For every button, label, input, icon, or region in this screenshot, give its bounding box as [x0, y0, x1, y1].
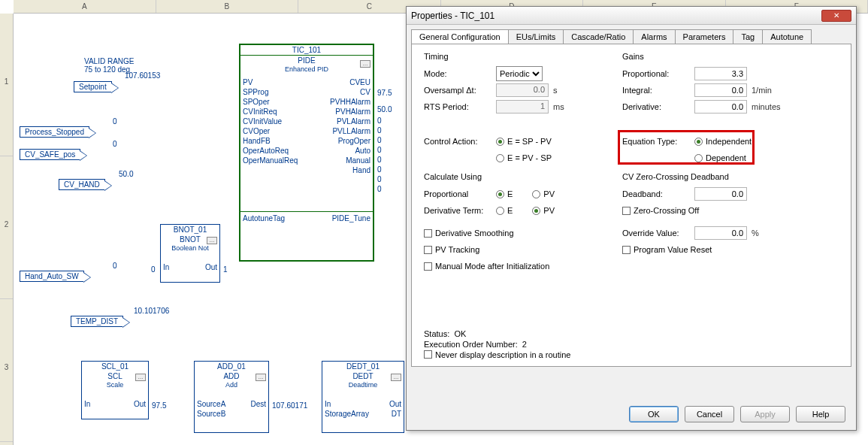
tab-parameters[interactable]: Parameters [675, 29, 734, 44]
radio-deriv-e[interactable]: E [496, 206, 513, 215]
highlight-box [618, 130, 755, 165]
gain-prop-input[interactable] [694, 67, 747, 80]
override-unit: % [752, 229, 783, 238]
calc-prop-label: Proportional [424, 189, 491, 198]
ellipsis-icon[interactable]: … [256, 374, 266, 381]
deadband-label: Deadband: [622, 189, 690, 198]
block-add-desc: Add [195, 381, 268, 389]
oversampl-unit: s [553, 86, 585, 95]
block-dedt[interactable]: DEDT_01 DEDT … Deadtime InOut StorageArr… [322, 361, 404, 433]
mode-select[interactable]: Periodic [496, 66, 543, 81]
zc-heading: CV Zero-Crossing Deadband [622, 172, 840, 181]
gain-int-input[interactable] [694, 83, 747, 97]
alarm-flags: 0000 0000 [377, 116, 382, 194]
block-pide-type: PIDE [240, 56, 373, 65]
cveu-value: 97.5 [377, 89, 392, 97]
gains-heading: Gains [622, 52, 840, 61]
check-manual-mode[interactable]: Manual Mode after Initialization [424, 262, 549, 271]
hand-auto-value: 0 [113, 262, 117, 270]
check-program-value-reset[interactable]: Program Value Reset [622, 245, 712, 254]
radio-prop-e[interactable]: E [496, 189, 513, 198]
gain-int-label: Integral: [622, 86, 690, 95]
radio-prop-pv[interactable]: PV [532, 189, 555, 198]
tag-setpoint[interactable]: Setpoint [74, 81, 112, 92]
tag-cv-hand[interactable]: CV_HAND [59, 179, 105, 190]
dialog-button-bar: OK Cancel Apply Help [629, 406, 845, 422]
cv-value: 50.0 [377, 105, 392, 114]
exec-order-value: 2 [522, 340, 527, 349]
tag-temp-dist[interactable]: TEMP_DIST [71, 316, 123, 327]
override-label: Override Value: [622, 229, 690, 238]
tab-eus[interactable]: EUs/Limits [508, 29, 564, 44]
timing-heading: Timing [424, 52, 604, 61]
scl-out-value: 97.5 [152, 401, 166, 410]
tab-alarms[interactable]: Alarms [633, 29, 675, 44]
rts-label: RTS Period: [424, 102, 491, 111]
rts-value: 1 [496, 100, 549, 114]
ellipsis-icon[interactable]: … [360, 60, 370, 68]
block-bnot-desc: Boolean Not [161, 244, 219, 252]
radio-e-pv-sp[interactable]: E = PV - SP [496, 153, 552, 162]
close-icon[interactable]: ✕ [821, 10, 851, 22]
status-value: OK [454, 329, 466, 338]
row-ruler: 123 [0, 14, 14, 445]
tag-process-stopped[interactable]: Process_Stopped [20, 126, 89, 138]
exec-order-label: Execution Order Number: [424, 340, 518, 349]
gain-int-unit: 1/min [752, 86, 783, 95]
bnot-in-value: 0 [151, 265, 156, 274]
bnot-out-value: 1 [223, 265, 228, 274]
control-action-label: Control Action: [424, 137, 491, 146]
block-add-name: ADD_01 [195, 362, 268, 371]
block-scl-desc: Scale [82, 381, 148, 389]
cancel-button[interactable]: Cancel [685, 406, 734, 422]
tab-general[interactable]: General Configuration [411, 29, 509, 44]
radio-deriv-pv[interactable]: PV [532, 206, 555, 215]
check-zero-crossing-off[interactable]: Zero-Crossing Off [622, 206, 699, 215]
ellipsis-icon[interactable]: … [391, 374, 401, 381]
block-scl-name: SCL_01 [82, 362, 148, 371]
check-pv-tracking[interactable]: PV Tracking [424, 245, 479, 254]
block-dedt-desc: Deadtime [322, 381, 404, 389]
properties-dialog[interactable]: Properties - TIC_101 ✕ General Configura… [406, 6, 857, 431]
deadband-input[interactable] [694, 187, 747, 201]
cv-hand-value: 50.0 [119, 170, 133, 178]
block-pide[interactable]: TIC_101 PIDE … Enhanced PID PVCVEU SPPro… [239, 44, 374, 262]
mode-label: Mode: [424, 69, 491, 78]
rts-unit: ms [553, 102, 585, 111]
tag-hand-auto[interactable]: Hand_Auto_SW [20, 271, 84, 282]
ellipsis-icon[interactable]: … [135, 374, 146, 381]
cv-safe-value: 0 [113, 140, 117, 148]
tag-cv-safe[interactable]: CV_SAFE_pos [20, 149, 80, 160]
tab-autotune[interactable]: Autotune [762, 29, 812, 44]
calc-using-heading: Calculate Using [424, 172, 604, 181]
gain-der-unit: minutes [752, 102, 783, 111]
apply-button[interactable]: Apply [740, 406, 790, 422]
dialog-titlebar[interactable]: Properties - TIC_101 ✕ [407, 7, 856, 25]
gain-der-input[interactable] [694, 100, 747, 114]
tab-cascade[interactable]: Cascade/Ratio [563, 29, 634, 44]
block-dedt-name: DEDT_01 [322, 362, 404, 371]
block-bnot-name: BNOT_01 [161, 225, 219, 235]
block-bnot[interactable]: BNOT_01 BNOT … Boolean Not InOut [160, 224, 220, 283]
block-add[interactable]: ADD_01 ADD … Add SourceADest SourceB [194, 361, 269, 433]
ok-button[interactable]: OK [629, 406, 679, 422]
tab-strip: General Configuration EUs/Limits Cascade… [407, 25, 856, 44]
gain-prop-label: Proportional: [622, 69, 690, 78]
radio-e-sp-pv[interactable]: E = SP - PV [496, 137, 552, 146]
add-dest-value: 107.60171 [272, 401, 307, 410]
check-never-display[interactable]: Never display description in a routine [424, 350, 570, 359]
tab-panel-general: Timing Mode: Periodic Oversampl Δt: 0.0 … [411, 44, 851, 367]
check-derivative-smoothing[interactable]: Derivative Smoothing [424, 229, 514, 238]
tab-tag[interactable]: Tag [733, 29, 763, 44]
oversampl-label: Oversampl Δt: [424, 86, 491, 95]
calc-deriv-label: Derivative Term: [424, 206, 491, 215]
process-stopped-value: 0 [113, 117, 117, 126]
help-button[interactable]: Help [796, 406, 845, 422]
status-label: Status: [424, 329, 449, 338]
block-pide-desc: Enhanced PID [240, 65, 373, 73]
override-input[interactable] [694, 226, 747, 240]
oversampl-value: 0.0 [496, 83, 549, 97]
gain-der-label: Derivative: [622, 102, 690, 111]
ellipsis-icon[interactable]: … [207, 237, 217, 244]
block-scl[interactable]: SCL_01 SCL … Scale InOut [81, 361, 149, 419]
